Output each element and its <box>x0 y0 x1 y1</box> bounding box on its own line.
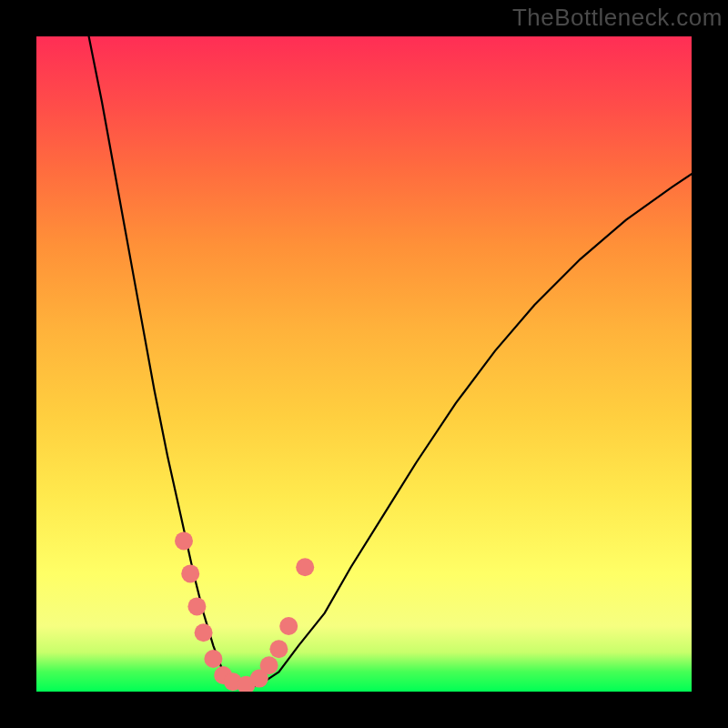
curve-marker <box>269 640 288 658</box>
bottleneck-curve-path <box>89 36 692 688</box>
curve-marker <box>187 597 206 615</box>
curve-svg <box>36 36 692 692</box>
plot-area <box>36 36 692 692</box>
curve-marker <box>296 558 314 576</box>
curve-marker <box>175 531 193 550</box>
curve-marker <box>279 617 298 635</box>
curve-marker <box>181 564 199 582</box>
curve-marker <box>195 623 213 642</box>
watermark-text: TheBottleneck.com <box>512 4 723 32</box>
chart-frame: TheBottleneck.com <box>0 0 728 728</box>
curve-marker <box>260 656 278 674</box>
curve-marker <box>204 650 222 668</box>
marker-group <box>175 531 314 692</box>
